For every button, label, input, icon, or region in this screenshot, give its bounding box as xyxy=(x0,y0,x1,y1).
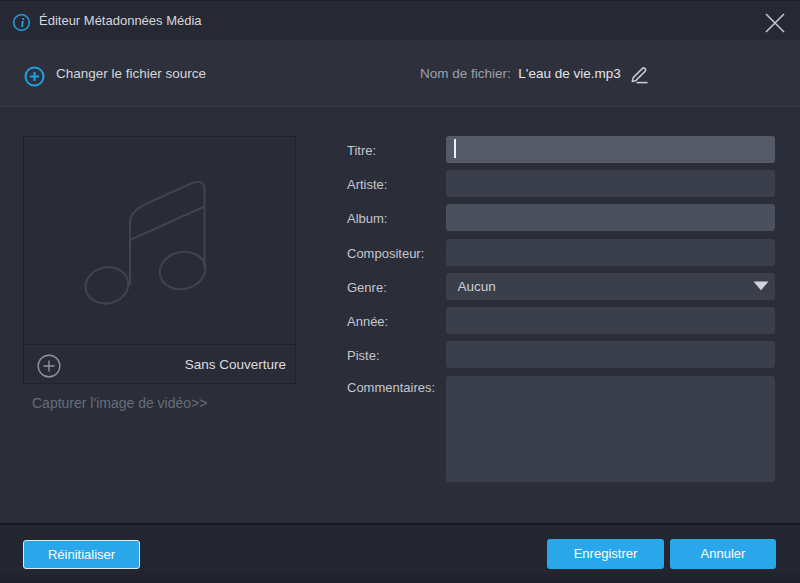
svg-text:i: i xyxy=(21,17,25,29)
